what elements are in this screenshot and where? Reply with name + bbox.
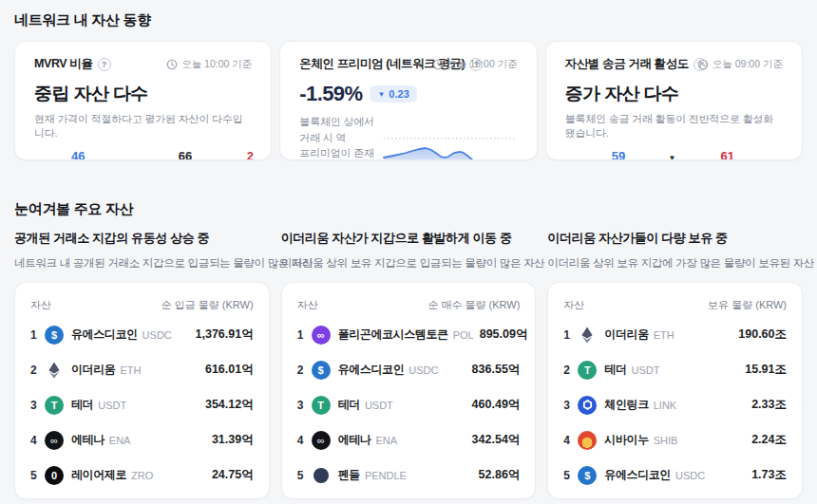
asset-value: 354.12억 [200,397,254,413]
asset-name: 레이어제로 [71,467,126,483]
value-column-header: 보유 물량 (KRW) [708,298,787,312]
segment-label: 46 [71,149,85,160]
asset-name: 테더 [71,397,93,413]
change-value: 0.23 [389,88,408,100]
onchain-premium-card[interactable]: 온체인 프리미엄 (네트워크 평균) ? 오늘 10:00 기준 -1.59% … [279,41,537,160]
asset-value: 2.24조 [746,432,787,448]
asset-value: 616.01억 [200,362,254,378]
asset-name: 테더 [338,397,360,413]
asset-symbol: ZRO [131,470,153,481]
segment-label: 59 [612,149,625,160]
featured-assets-section: 눈여겨볼 주요 자산 공개된 거래소 지갑의 유동성 상승 중 네트워크 내 공… [14,200,803,499]
timestamp: 오늘 10:00 기준 [432,58,518,71]
down-arrow-icon: ▼ [377,90,385,99]
asset-rank: 3 [30,399,45,412]
asset-value: 836.55억 [466,362,521,378]
asset-symbol: USDT [632,364,660,376]
mvrv-ratio-card[interactable]: MVRV 비율 ? 오늘 10:00 기준 중립 자산 다수 현재 가격이 적절… [14,41,272,160]
asset-rank: 1 [563,328,578,342]
asset-symbol: PENDLE [365,470,407,481]
asset-value: 342.54억 [466,432,521,448]
card-title: MVRV 비율 [34,56,93,72]
asset-value: 52.86억 [473,467,521,483]
table-header-row: 자산보유 물량 (KRW) [563,289,787,317]
asset-name: 펜들 [338,467,360,483]
asset-value: 2.33조 [746,397,787,413]
threshold-marker-icon: ▼ [669,154,676,160]
asset-row[interactable]: 2이더리움ETH616.01억 [30,352,254,387]
timestamp: 오늘 10:00 기준 [166,58,252,71]
asset-row[interactable]: 2$유에스디코인USDC836.55억 [297,352,521,387]
card-headline: 중립 자산 다수 [34,82,252,106]
asset-row[interactable]: 4∞에테나ENA31.39억 [30,422,254,457]
timestamp-label: 오늘 10:00 기준 [181,58,252,71]
asset-row[interactable]: 4시바이누SHIB2.24조 [563,422,787,457]
usdt-icon: T [312,396,331,415]
help-icon[interactable]: ? [98,58,111,71]
timestamp: 오늘 09:00 기준 [697,58,783,71]
asset-rank: 4 [297,434,312,447]
asset-rank: 1 [297,328,312,342]
asset-rank: 5 [30,469,45,482]
asset-row[interactable]: 50레이어제로ZRO24.75억 [30,457,254,493]
asset-row[interactable]: 2T테더USDT15.91조 [563,352,787,387]
card-headline: 증가 자산 다수 [565,82,783,106]
asset-name: 에테나 [338,432,371,448]
table-header-row: 자산순 입금 물량 (KRW) [30,289,254,317]
featured-column-whale-holdings: 이더리움 자산가들이 다량 보유 중 이더리움 상위 보유 지갑에 가장 많은 … [547,230,803,499]
asset-symbol: POL [453,329,474,341]
zro-icon: 0 [45,466,64,485]
pol-icon: ∞ [312,326,331,345]
transfer-activity-card[interactable]: 자산별 송금 거래 활성도 ? 오늘 09:00 기준 증가 자산 다수 블록체… [545,41,803,160]
asset-symbol: SHIB [654,435,678,446]
usdc-icon: $ [578,466,597,485]
asset-rank: 2 [30,364,45,377]
card-header: 자산별 송금 거래 활성도 ? 오늘 09:00 기준 [565,56,783,72]
column-subtitle: 네트워크 내 공개된 거래소 지갑으로 입금되는 물량이 많은 자산 [14,256,270,271]
table-header-row: 자산순 매수 물량 (KRW) [297,289,521,317]
column-subtitle: 이더리움 상위 보유 지갑에 가장 많은 물량이 보유된 자산 [547,256,803,271]
shib-icon [578,431,597,450]
asset-value: 24.75억 [206,467,254,483]
column-title: 공개된 거래소 지갑의 유동성 상승 중 [14,230,270,247]
mvrv-distribution-bar: 46662 [34,149,252,160]
asset-rank: 3 [563,399,578,412]
asset-row[interactable]: 3T테더USDT354.12억 [30,387,254,422]
column-title: 이더리움 자산가 지갑으로 활발하게 이동 중 [281,230,537,247]
usdt-icon: T [45,396,64,415]
asset-table: 자산순 매수 물량 (KRW)1∞폴리곤에코시스템토큰POL895.09억2$유… [281,282,537,499]
asset-name: 유에스디코인 [604,467,671,483]
eth-icon [45,361,64,380]
asset-name: 유에스디코인 [71,327,138,343]
asset-name: 이더리움 [604,327,648,343]
section-title-featured-assets: 눈여겨볼 주요 자산 [14,200,803,218]
column-title: 이더리움 자산가들이 다량 보유 중 [547,230,803,247]
card-header: 온체인 프리미엄 (네트워크 평균) ? 오늘 10:00 기준 [299,56,517,72]
ena-icon: ∞ [45,431,64,450]
asset-column-header: 자산 [30,298,51,312]
asset-row[interactable]: 1$유에스디코인USDC1,376.91억 [30,317,254,352]
asset-row[interactable]: 5펜들PENDLE52.86억 [297,457,521,493]
asset-value: 895.09억 [474,327,528,343]
asset-name: 시바이누 [604,432,648,448]
crypto-network-dashboard: 네트워크 내 자산 동향 MVRV 비율 ? 오늘 10:00 기준 중립 자산… [0,0,817,504]
asset-name: 체인링크 [604,397,648,413]
asset-row[interactable]: 1이더리움ETH190.60조 [563,317,787,352]
network-trend-cards: MVRV 비율 ? 오늘 10:00 기준 중립 자산 다수 현재 가격이 적절… [14,41,803,160]
asset-row[interactable]: 3T테더USDT460.49억 [297,387,521,422]
asset-column-header: 자산 [563,298,584,312]
column-subtitle: 이더리움 상위 보유 지갑으로 입금되는 물량이 많은 자산 [281,256,537,271]
asset-name: 이더리움 [71,362,115,378]
featured-column-exchange-liquidity: 공개된 거래소 지갑의 유동성 상승 중 네트워크 내 공개된 거래소 지갑으로… [14,230,270,499]
card-header: MVRV 비율 ? 오늘 10:00 기준 [34,56,252,72]
asset-row[interactable]: 4∞에테나ENA342.54억 [297,422,521,457]
card-description: 블록체인 상에서 거래 시 역 프리미엄이 존재합니다. [299,114,382,160]
asset-row[interactable]: 5$유에스디코인USDC1.73조 [563,457,787,493]
asset-value: 1,376.91억 [190,327,254,343]
usdt-icon: T [578,361,597,380]
asset-row[interactable]: 3체인링크LINK2.33조 [563,387,787,422]
asset-row[interactable]: 1∞폴리곤에코시스템토큰POL895.09억 [297,317,521,352]
premium-area-chart [383,133,518,160]
asset-rank: 2 [563,364,578,377]
pendle-icon [314,468,329,483]
